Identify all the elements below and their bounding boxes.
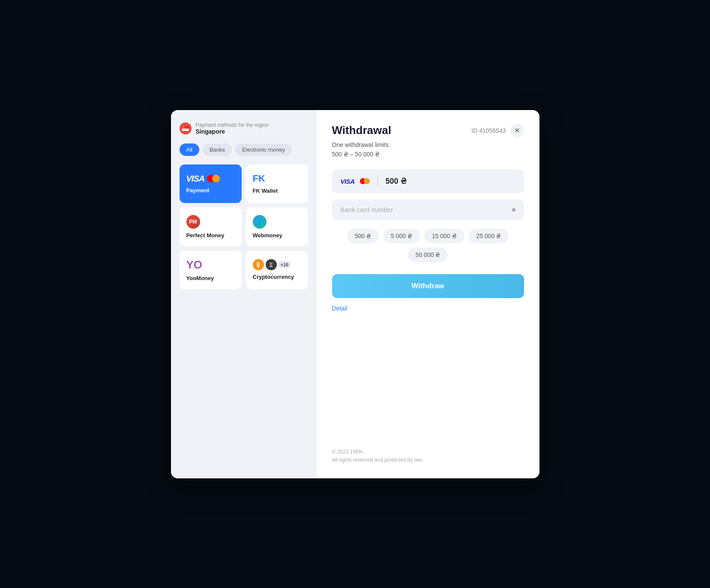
amount-value: 500 ₴ [386,176,407,186]
input-dot-icon [512,208,515,212]
quick-amount-50000[interactable]: 50 000 ₴ [408,248,448,262]
withdrawal-limits: One withdrawal limits: 500 ₴ – 50 000 ₴ [332,140,524,159]
payment-method-perfect-money[interactable]: PM Perfect Money [180,207,242,246]
limits-line1: One withdrawal limits: [332,141,390,148]
withdrawal-header: Withdrawal ID 41056543 ✕ [332,124,524,137]
region-flag-icon: 🇸🇬 [180,122,192,134]
close-button[interactable]: ✕ [510,124,524,137]
amount-visa-icon: VISA [341,178,355,185]
payment-method-fk-wallet[interactable]: FK FK Wallet [246,164,308,203]
quick-amount-15000[interactable]: 15 000 ₴ [424,229,464,243]
visa-label: Payment [186,187,210,194]
crypto-logos: ₿ Ξ +16 [253,259,291,270]
amount-display: VISA 500 ₴ [332,169,524,193]
amount-mc-icon [360,178,370,184]
region-header: 🇸🇬 Payment methods for the region Singap… [180,122,308,135]
backdrop: 🇸🇬 Payment methods for the region Singap… [0,0,710,588]
withdraw-button[interactable]: Withdraw [332,274,524,298]
payment-method-cryptocurrency[interactable]: ₿ Ξ +16 Cryptocurrency [246,251,308,289]
footer-line2: All rights reserved and protected by law… [332,457,423,463]
card-input-wrapper[interactable] [332,199,524,220]
withdrawal-title: Withdrawal [332,124,391,137]
quick-amount-5000[interactable]: 5 000 ₴ [383,229,420,243]
withdrawal-id-area: ID 41056543 ✕ [471,124,524,137]
fk-logo-icon: FK [253,173,265,184]
limits-line2: 500 ₴ – 50 000 ₴ [332,151,380,158]
filter-tabs: All Banks Electronic money [180,143,308,156]
visa-logo: VISA [186,174,220,184]
visa-text-icon: VISA [186,174,205,184]
pm-label: Perfect Money [186,232,225,239]
mc-sm-orange [364,178,370,184]
modal: 🇸🇬 Payment methods for the region Singap… [171,110,539,478]
payment-method-yoomoney[interactable]: YO YooMoney [180,251,242,289]
amount-divider [377,176,378,186]
detail-link[interactable]: Detail [332,305,524,312]
quick-amount-25000[interactable]: 25 000 ₴ [469,229,509,243]
wm-label: Webmoney [253,232,282,239]
card-number-input[interactable] [341,206,512,213]
quick-amount-500[interactable]: 500 ₴ [347,229,379,243]
right-panel: Withdrawal ID 41056543 ✕ One withdrawal … [317,110,539,478]
footer: © 2023 1WIN All rights reserved and prot… [332,431,524,464]
pm-logo-icon: PM [186,215,200,229]
payment-method-webmoney[interactable]: 🌐 Webmoney [246,207,308,246]
crypto-label: Cryptocurrency [253,274,294,280]
filter-tab-banks[interactable]: Banks [203,143,232,156]
filter-tab-all[interactable]: All [180,143,199,156]
wm-logo-icon: 🌐 [253,215,267,229]
mastercard-icon [207,175,220,182]
withdrawal-id: ID 41056543 [471,127,506,134]
region-name: Singapore [196,128,269,135]
region-text: Payment methods for the region Singapore [196,122,269,135]
yoo-logo-icon: YO [186,258,203,272]
footer-line1: © 2023 1WIN [332,449,363,455]
filter-tab-electronic[interactable]: Electronic money [235,143,292,156]
yoo-label: YooMoney [186,275,214,281]
payment-method-visa[interactable]: VISA Payment [180,164,242,203]
quick-amounts: 500 ₴ 5 000 ₴ 15 000 ₴ 25 000 ₴ 50 000 ₴ [332,229,524,262]
payment-grid: VISA Payment FK FK Wallet PM [180,164,308,289]
region-label: Payment methods for the region [196,122,269,128]
eth-icon: Ξ [266,259,277,270]
mc-orange-circle [212,175,220,182]
fk-label: FK Wallet [253,188,278,194]
crypto-plus-badge: +16 [279,261,291,268]
left-panel: 🇸🇬 Payment methods for the region Singap… [171,110,317,478]
btc-icon: ₿ [253,259,264,270]
